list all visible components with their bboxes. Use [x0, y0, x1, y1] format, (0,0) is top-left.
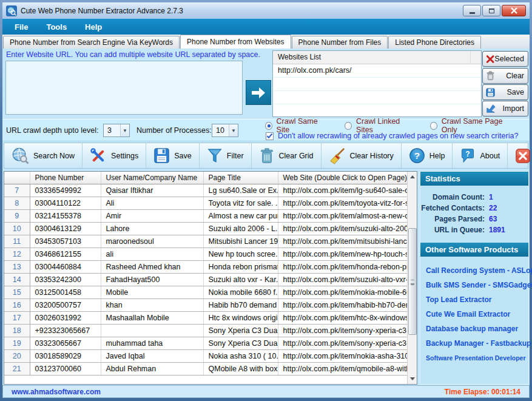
url-input[interactable] — [5, 61, 243, 115]
table-row[interactable]: 19 03323065667 muhammad taha Sony Xperia… — [4, 337, 407, 349]
user-name-cell: Javed Iqbal — [101, 349, 203, 362]
about-button[interactable]: ? About — [453, 143, 508, 168]
selected-button[interactable]: Selected — [482, 51, 528, 67]
col-row-number[interactable] — [4, 172, 30, 184]
row-number-cell: 16 — [4, 298, 30, 311]
table-row[interactable]: 15 03125001458 Mobile Nokia mobile 6680 … — [4, 286, 407, 298]
scrollbar-thumb[interactable] — [408, 228, 417, 335]
clear-grid-button[interactable]: Clear Grid — [252, 143, 322, 168]
phone-number-cell: 03453057103 — [30, 235, 101, 248]
tab-search-engine[interactable]: Phone Number from Search Engine Via KeyW… — [3, 36, 180, 49]
no-recrawl-checkbox[interactable]: Don't allow recrawling of already crawle… — [266, 131, 518, 141]
statistics-body: Domain Count: 1 Fetched Contacts: 22 Pag… — [420, 186, 528, 243]
table-row[interactable]: 9 03214155378 Amir Almost a new car pur.… — [4, 209, 407, 222]
search-now-button[interactable]: Search Now — [4, 143, 82, 168]
chevron-down-icon: ▼ — [229, 124, 238, 136]
menu-file[interactable]: File — [15, 22, 28, 32]
col-phone-number[interactable]: Phone Number — [30, 172, 101, 184]
tab-strip: Phone Number from Search Engine Via KeyW… — [2, 35, 530, 49]
col-page-title[interactable]: Page Title — [203, 172, 278, 184]
col-user-name[interactable]: User Name/Company Name — [101, 172, 203, 184]
user-name-cell: khan — [101, 298, 203, 311]
menu-help[interactable]: Help — [85, 22, 102, 32]
tab-websites[interactable]: Phone Number from Websites — [180, 35, 291, 49]
product-link[interactable]: Backup Manager - Fastbackup — [426, 337, 528, 352]
close-icon — [510, 7, 518, 14]
phone-number-cell: 03004460884 — [30, 260, 101, 273]
web-site-cell: http://olx.com.pk/item/htc-8x-windows-or… — [278, 311, 407, 324]
table-row[interactable]: 8 03004110122 Ali Toyota vitz for sale. … — [4, 197, 407, 209]
table-row[interactable]: 12 03468612155 ali New hp touch scree...… — [4, 248, 407, 260]
product-link[interactable]: Call Recording System - ASLogger — [426, 265, 528, 279]
table-row[interactable]: 13 03004460884 Rasheed Ahmed khan Honda … — [4, 260, 407, 273]
product-link[interactable]: Software Presentation Developer — [426, 352, 528, 366]
menu-tools[interactable]: Tools — [46, 22, 67, 32]
toolbar: Search Now Settings Save — [4, 143, 528, 169]
table-row[interactable]: 10 03004613129 Lahore Suzuki alto 2006 -… — [4, 222, 407, 235]
import-button[interactable]: Import — [482, 101, 528, 116]
col-web-site[interactable]: Web Site (Double Click to Open Page) — [278, 172, 407, 184]
user-name-cell: Rasheed Ahmed khan — [101, 260, 203, 273]
filter-button[interactable]: Filter — [200, 143, 252, 168]
grid-scrollbar[interactable] — [407, 172, 417, 384]
row-number-cell: 8 — [4, 197, 30, 209]
row-number-cell: 9 — [4, 209, 30, 222]
tools-icon — [90, 147, 107, 164]
table-row[interactable]: 7 03336549992 Qaisar Iftikhar Lg su640.S… — [4, 184, 407, 197]
web-site-cell: http://olx.com.pk/item/almost-a-new-car-… — [278, 209, 407, 222]
crawl-depth-select[interactable]: 3 ▼ — [103, 124, 130, 137]
other-products-list: Call Recording System - ASLoggerBulk SMS… — [420, 257, 528, 366]
page-title-cell: Lg su640.Sale or Ex... — [203, 184, 278, 197]
page-title-cell: Mitsubishi Lancer 19... — [203, 235, 278, 248]
table-row[interactable]: 17 03026031992 Mashaallah Mobile Htc 8x … — [4, 311, 407, 324]
user-name-cell: Amir — [101, 209, 203, 222]
phone-number-cell: +923323065667 — [30, 324, 101, 337]
save-button[interactable]: Save — [146, 143, 200, 168]
trash-icon — [486, 71, 495, 81]
product-link[interactable]: Cute We Email Extractor — [426, 308, 528, 323]
product-link[interactable]: Database backup manager — [426, 323, 528, 337]
table-row[interactable]: 14 03353242300 FahadHayat500 Suzuki alto… — [4, 273, 407, 286]
scroll-down-icon[interactable] — [408, 374, 417, 383]
table-row[interactable]: 16 03200500757 khan Habib hb70 demand ..… — [4, 298, 407, 311]
broom-icon — [329, 147, 346, 164]
page-title-cell: Honda rebon prismat... — [203, 260, 278, 273]
table-row[interactable]: 18 +923323065667 Sony Xperia C3 Dual... … — [4, 324, 407, 337]
row-number-cell: 14 — [4, 273, 30, 286]
maximize-button[interactable] — [482, 5, 500, 16]
help-icon: ? — [409, 147, 425, 164]
web-site-cell: http://olx.com.pk/item/sony-xperia-c3-du… — [278, 324, 407, 337]
web-site-cell: http://olx.com.pk/item/new-hp-touch-scre… — [278, 248, 407, 260]
phone-number-cell: 03026031992 — [30, 311, 101, 324]
tab-directories[interactable]: Listed Phone Directories — [388, 36, 481, 49]
table-row[interactable]: 20 03018589029 Javed Iqbal Nokia asha 31… — [4, 349, 407, 362]
website-row[interactable]: http://olx.com.pk/cars/ — [273, 64, 481, 78]
table-row[interactable]: 21 03123700060 Abdul Rehman QMobile A8 w… — [4, 362, 407, 375]
tab-files[interactable]: Phone Number from Files — [292, 36, 388, 49]
close-button[interactable] — [502, 5, 526, 16]
table-row[interactable]: 11 03453057103 maroonedsoul Mitsubishi L… — [4, 235, 407, 248]
minimize-button[interactable] — [463, 5, 481, 16]
import-arrow-icon — [486, 104, 496, 113]
quit-button[interactable]: Quit — [508, 143, 532, 168]
processes-select[interactable]: 10 ▼ — [212, 124, 238, 137]
clear-history-button[interactable]: Clear History — [322, 143, 402, 168]
help-button[interactable]: ? Help — [402, 143, 453, 168]
stat-row: Fetched Contacts: 22 — [420, 203, 528, 214]
add-url-button[interactable] — [246, 80, 271, 105]
clear-button[interactable]: Clear — [482, 68, 528, 84]
product-link[interactable]: Top Lead Extractor — [426, 294, 528, 308]
save-list-button[interactable]: Save — [482, 84, 528, 100]
websites-list: Websites List http://olx.com.pk/cars/ — [272, 50, 482, 117]
arrow-right-icon — [251, 86, 266, 99]
page-title-cell: New hp touch scree... — [203, 248, 278, 260]
settings-button[interactable]: Settings — [82, 143, 146, 168]
status-bar: www.ahmadsoftware.com Time Elapse: 00:01… — [2, 385, 530, 398]
menu-bar: File Tools Help — [2, 19, 530, 35]
row-number-cell: 7 — [4, 184, 30, 197]
window-title: Cute Web Phone Number Extractor Advance … — [21, 7, 183, 15]
scroll-up-icon[interactable] — [408, 172, 417, 181]
product-link[interactable]: Bulk SMS Sender - SMSGadget — [426, 279, 528, 294]
website-link[interactable]: www.ahmadsoftware.com — [12, 388, 101, 396]
page-title-cell: Htc 8x windows origi... — [203, 311, 278, 324]
